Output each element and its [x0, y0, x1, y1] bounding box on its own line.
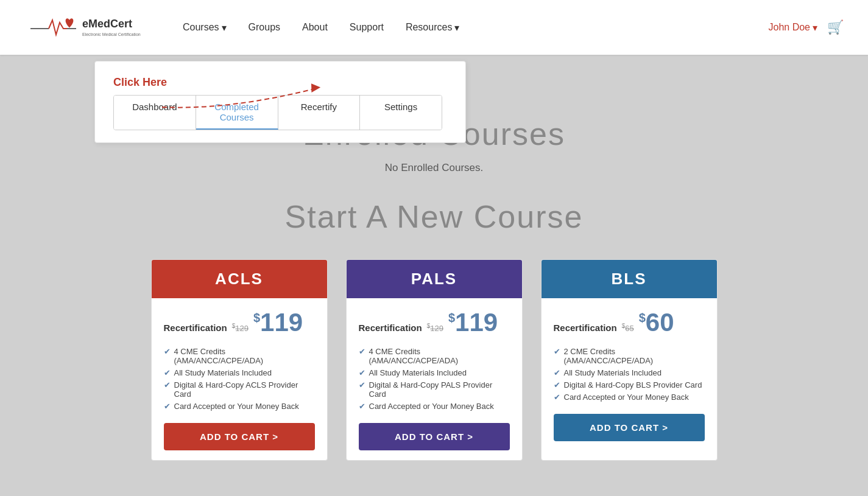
start-new-course-title: Start A New Course	[24, 198, 844, 235]
list-item: ✔All Study Materials Included	[164, 368, 315, 377]
check-icon: ✔	[554, 368, 560, 377]
bls-feature-list: ✔2 CME Credits (AMA/ANCC/ACPE/ADA) ✔All …	[554, 347, 705, 402]
acls-card-header: ACLS	[152, 260, 327, 298]
list-item: ✔Card Accepted or Your Money Back	[359, 402, 510, 411]
check-icon: ✔	[554, 380, 560, 389]
nav-about[interactable]: About	[302, 22, 328, 33]
nav-support[interactable]: Support	[350, 22, 384, 33]
bls-price-row: Recertification $65 $60	[554, 308, 705, 337]
check-icon: ✔	[164, 368, 171, 377]
check-icon: ✔	[359, 347, 365, 356]
check-icon: ✔	[164, 402, 171, 411]
acls-card-body: Recertification $129 $119 ✔4 CME Credits…	[152, 298, 327, 460]
course-card-bls: BLS Recertification $65 $60 ✔2 CME Credi…	[541, 259, 718, 461]
acls-feature-list: ✔4 CME Credits (AMA/ANCC/ACPE/ADA) ✔All …	[164, 347, 315, 411]
check-icon: ✔	[359, 368, 365, 377]
user-chevron-icon: ▾	[813, 22, 817, 33]
bls-add-to-cart-button[interactable]: ADD TO CART >	[554, 414, 705, 441]
acls-recert-label: Recertification	[164, 323, 227, 333]
site-header: eMedCert Electronic Medical Certificatio…	[0, 0, 868, 55]
pals-card-body: Recertification $129 $119 ✔4 CME Credits…	[347, 298, 522, 460]
bls-card-body: Recertification $65 $60 ✔2 CME Credits (…	[542, 298, 717, 451]
pals-price-row: Recertification $129 $119	[359, 308, 510, 337]
svg-marker-4	[308, 80, 320, 93]
dashed-arrow-icon	[156, 80, 363, 116]
nav-groups[interactable]: Groups	[249, 22, 280, 33]
tab-settings[interactable]: Settings	[360, 96, 442, 130]
check-icon: ✔	[164, 347, 171, 356]
acls-price-row: Recertification $129 $119	[164, 308, 315, 337]
cart-button[interactable]: 🛒	[827, 19, 844, 35]
check-icon: ✔	[554, 393, 560, 402]
acls-add-to-cart-button[interactable]: ADD TO CART >	[164, 423, 315, 450]
course-card-pals: PALS Recertification $129 $119 ✔4 CME Cr…	[346, 259, 523, 461]
check-icon: ✔	[164, 380, 171, 389]
list-item: ✔Digital & Hard-Copy ACLS Provider Card	[164, 380, 315, 399]
nav-resources[interactable]: Resources ▾	[406, 22, 459, 33]
callout-box: Click Here Dashboard Completed Courses R…	[94, 61, 466, 143]
user-menu[interactable]: John Doe ▾	[769, 22, 818, 33]
list-item: ✔Digital & Hard-Copy BLS Provider Card	[554, 380, 705, 389]
bls-old-price: $65	[622, 323, 634, 333]
course-card-acls: ACLS Recertification $129 $119 ✔4 CME Cr…	[151, 259, 328, 461]
pals-new-price: $119	[448, 308, 498, 337]
check-icon: ✔	[359, 402, 365, 411]
bls-recert-label: Recertification	[554, 323, 617, 333]
list-item: ✔4 CME Credits (AMA/ANCC/ACPE/ADA)	[359, 347, 510, 365]
acls-old-price: $129	[232, 323, 249, 333]
main-nav: Courses ▾ Groups About Support Resources…	[183, 22, 769, 33]
acls-new-price: $119	[253, 308, 303, 337]
bls-new-price: $60	[639, 308, 674, 337]
list-item: ✔Digital & Hard-Copy PALS Provider Card	[359, 380, 510, 399]
pals-card-header: PALS	[347, 260, 522, 298]
pals-add-to-cart-button[interactable]: ADD TO CART >	[359, 423, 510, 450]
svg-text:eMedCert: eMedCert	[82, 18, 132, 30]
list-item: ✔Card Accepted or Your Money Back	[554, 393, 705, 402]
logo[interactable]: eMedCert Electronic Medical Certificatio…	[24, 9, 146, 46]
bls-card-header: BLS	[542, 260, 717, 298]
svg-text:Electronic Medical Certificati: Electronic Medical Certification	[82, 32, 141, 37]
list-item: ✔All Study Materials Included	[554, 368, 705, 377]
no-courses-message: No Enrolled Courses.	[24, 162, 844, 174]
main-content: Enrolled Courses No Enrolled Courses. St…	[0, 103, 868, 485]
courses-chevron-icon: ▾	[222, 22, 227, 33]
course-cards-row: ACLS Recertification $129 $119 ✔4 CME Cr…	[24, 259, 844, 461]
header-user-area: John Doe ▾ 🛒	[769, 19, 844, 35]
pals-feature-list: ✔4 CME Credits (AMA/ANCC/ACPE/ADA) ✔All …	[359, 347, 510, 411]
resources-chevron-icon: ▾	[454, 22, 459, 33]
check-icon: ✔	[359, 380, 365, 389]
list-item: ✔2 CME Credits (AMA/ANCC/ACPE/ADA)	[554, 347, 705, 365]
list-item: ✔All Study Materials Included	[359, 368, 510, 377]
pals-recert-label: Recertification	[359, 323, 422, 333]
check-icon: ✔	[554, 347, 560, 356]
list-item: ✔4 CME Credits (AMA/ANCC/ACPE/ADA)	[164, 347, 315, 365]
pals-old-price: $129	[427, 323, 443, 333]
list-item: ✔Card Accepted or Your Money Back	[164, 402, 315, 411]
nav-courses[interactable]: Courses ▾	[183, 22, 227, 33]
